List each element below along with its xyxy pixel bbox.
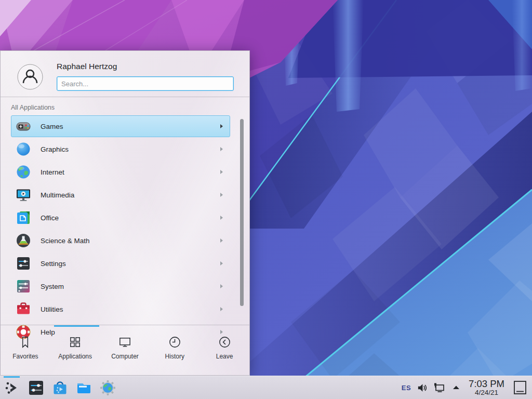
submenu-arrow-icon [220, 170, 223, 174]
show-desktop-icon [513, 380, 527, 395]
menu-item-multimedia[interactable]: Multimedia [11, 184, 230, 206]
settings-icon [15, 255, 32, 272]
user-avatar-icon[interactable] [17, 64, 43, 90]
clock-time: 7:03 PM [469, 379, 504, 389]
system-settings-button[interactable] [24, 376, 48, 399]
history-icon [168, 335, 182, 349]
taskbar-panel: ES 7:03 PM 4/24/21 [0, 376, 532, 399]
submenu-arrow-icon [220, 216, 223, 220]
tab-favorites[interactable]: Favorites [1, 328, 50, 375]
show-desktop-button[interactable] [512, 379, 528, 396]
office-icon [15, 209, 32, 226]
section-label: All Applications [11, 104, 55, 111]
scrollbar[interactable] [240, 119, 244, 306]
applications-icon [68, 335, 82, 349]
tab-applications[interactable]: Applications [50, 328, 100, 375]
discover-icon [51, 379, 69, 396]
system-icon [15, 278, 32, 295]
tabbar-divider [1, 325, 249, 325]
menu-item-internet[interactable]: Internet [11, 161, 230, 183]
submenu-arrow-icon [220, 307, 223, 311]
tab-computer[interactable]: Computer [100, 328, 150, 375]
application-launcher-menu: Raphael Hertzog All Applications Games [0, 50, 250, 376]
web-browser-button[interactable] [96, 376, 119, 399]
clock-date: 4/24/21 [469, 389, 504, 396]
launcher-header: Raphael Hertzog [1, 51, 249, 97]
games-icon [15, 118, 32, 135]
submenu-arrow-icon [220, 147, 223, 151]
favorites-icon [18, 335, 32, 349]
kde-launcher-icon [4, 379, 21, 396]
menu-item-utilities[interactable]: Utilities [11, 298, 230, 320]
menu-item-system[interactable]: System [11, 275, 230, 297]
app-launcher-button[interactable] [0, 376, 24, 399]
menu-item-graphics[interactable]: Graphics [11, 138, 230, 160]
submenu-arrow-icon [220, 193, 223, 197]
menu-item-games[interactable]: Games [11, 115, 230, 137]
menu-item-settings[interactable]: Settings [11, 252, 230, 274]
multimedia-icon [15, 187, 32, 203]
launcher-open-indicator [4, 376, 20, 378]
user-name: Raphael Hertzog [57, 62, 117, 71]
volume-icon[interactable] [417, 382, 428, 393]
system-settings-icon [28, 379, 45, 396]
active-tab-indicator [54, 325, 99, 327]
browser-globe-icon [99, 379, 116, 396]
internet-icon [15, 164, 32, 180]
menu-item-science-math[interactable]: Science & Math [11, 230, 230, 251]
submenu-arrow-icon [220, 124, 223, 128]
leave-icon [218, 335, 232, 349]
submenu-arrow-icon [220, 238, 223, 243]
network-icon[interactable] [433, 382, 446, 393]
launcher-tabbar: Favorites Applications Computer [1, 328, 249, 375]
digital-clock[interactable]: 7:03 PM 4/24/21 [469, 379, 504, 396]
graphics-icon [15, 141, 32, 157]
submenu-arrow-icon [220, 284, 223, 288]
menu-item-office[interactable]: Office [11, 207, 230, 229]
system-tray: ES 7:03 PM 4/24/21 [402, 379, 532, 396]
file-manager-button[interactable] [72, 376, 96, 399]
taskbar-apps [0, 376, 119, 399]
discover-button[interactable] [48, 376, 72, 399]
science-icon [15, 232, 32, 249]
tab-history[interactable]: History [150, 328, 200, 375]
keyboard-layout-indicator[interactable]: ES [402, 384, 411, 392]
expand-tray-icon[interactable] [451, 383, 461, 392]
submenu-arrow-icon [220, 261, 223, 265]
search-input[interactable] [57, 76, 234, 91]
utilities-icon [15, 301, 32, 317]
tab-leave[interactable]: Leave [200, 328, 249, 375]
computer-icon [118, 335, 132, 349]
folder-icon [75, 379, 92, 396]
